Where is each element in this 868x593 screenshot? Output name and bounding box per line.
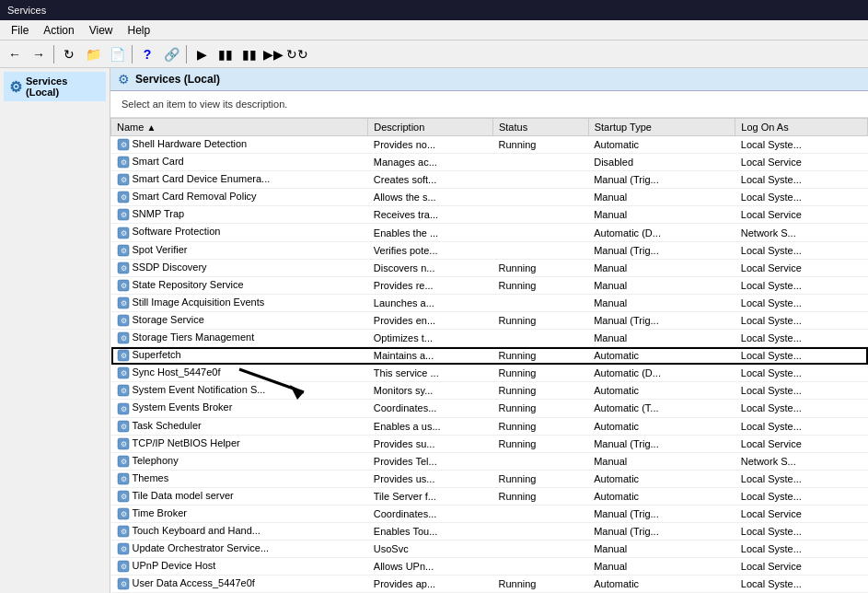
svg-text:⚙: ⚙ [120, 299, 126, 308]
service-startup-cell: Manual [588, 189, 735, 206]
svg-text:⚙: ⚙ [120, 440, 126, 448]
svg-text:⚙: ⚙ [120, 247, 126, 255]
service-name-cell: ⚙Tile Data model server [111, 487, 368, 505]
help-button[interactable]: ? [136, 43, 158, 65]
svg-text:⚙: ⚙ [120, 528, 126, 536]
services-table-container[interactable]: Name ▲ Description Status Startup Type L… [110, 118, 868, 593]
service-logon-cell: Local Syste... [735, 400, 868, 417]
table-row[interactable]: ⚙SNMP TrapReceives tra...ManualLocal Ser… [111, 206, 868, 224]
table-row[interactable]: ⚙User Data Access_5447e0fProvides ap...R… [111, 576, 868, 593]
service-name-cell: ⚙Software Protection [111, 224, 368, 241]
service-desc-cell: Allows UPn... [368, 558, 493, 576]
table-row[interactable]: ⚙Software ProtectionEnables the ...Autom… [111, 224, 868, 241]
service-status-cell: Running [492, 400, 588, 417]
table-row[interactable]: ⚙Sync Host_5447e0fThis service ...Runnin… [111, 365, 868, 382]
service-startup-cell: Automatic [588, 382, 735, 400]
refresh-button[interactable]: ↻ [58, 43, 80, 65]
table-row[interactable]: ⚙TCP/IP NetBIOS HelperProvides su...Runn… [111, 435, 868, 452]
table-row[interactable]: ⚙Smart Card Removal PolicyAllows the s..… [111, 189, 868, 206]
table-row[interactable]: ⚙State Repository ServiceProvides re...R… [111, 276, 868, 294]
table-row[interactable]: ⚙Time BrokerCoordinates...Manual (Trig..… [111, 505, 868, 522]
menu-file[interactable]: File [4, 22, 36, 39]
service-status-cell [492, 171, 588, 189]
service-name-cell: ⚙Superfetch [111, 347, 368, 365]
table-row[interactable]: ⚙Spot VerifierVerifies pote...Manual (Tr… [111, 241, 868, 259]
service-desc-cell: Receives tra... [368, 206, 493, 224]
service-name-cell: ⚙Sync Host_5447e0f [111, 365, 368, 382]
service-status-cell [492, 241, 588, 259]
service-status-cell [492, 294, 588, 311]
table-row[interactable]: ⚙Task SchedulerEnables a us...RunningAut… [111, 417, 868, 435]
table-row[interactable]: ⚙Storage ServiceProvides en...RunningMan… [111, 311, 868, 329]
forward-button[interactable]: → [28, 43, 50, 65]
service-startup-cell: Automatic [588, 417, 735, 435]
table-row[interactable]: ⚙Update Orchestrator Service...UsoSvcMan… [111, 541, 868, 558]
table-row[interactable]: ⚙Storage Tiers ManagementOptimizes t...M… [111, 330, 868, 347]
col-header-logon[interactable]: Log On As [735, 119, 868, 136]
service-status-cell: Running [492, 136, 588, 154]
stop-button[interactable]: ▮▮ [214, 43, 237, 65]
table-row[interactable]: ⚙Tile Data model serverTile Server f...R… [111, 487, 868, 505]
service-desc-cell: Provides en... [368, 311, 493, 329]
service-icon: ⚙ [117, 279, 130, 292]
service-logon-cell: Local Syste... [735, 576, 868, 593]
table-row[interactable]: ⚙UPnP Device HostAllows UPn...ManualLoca… [111, 558, 868, 576]
connect-button[interactable]: 🔗 [160, 43, 182, 65]
export-button[interactable]: 📄 [106, 43, 128, 65]
service-logon-cell: Local Syste... [735, 241, 868, 259]
menu-help[interactable]: Help [121, 22, 158, 39]
table-row[interactable]: ⚙TelephonyProvides Tel...ManualNetwork S… [111, 452, 868, 470]
restart-btn[interactable]: ↻↻ [286, 43, 308, 65]
menu-view[interactable]: View [82, 22, 121, 39]
service-icon: ⚙ [117, 437, 130, 450]
service-startup-cell: Automatic [588, 347, 735, 365]
col-header-startup[interactable]: Startup Type [588, 119, 735, 136]
service-desc-cell: Enables Tou... [368, 523, 493, 541]
service-status-cell: Running [492, 487, 588, 505]
table-row[interactable]: ⚙SSDP DiscoveryDiscovers n...RunningManu… [111, 259, 868, 276]
table-row[interactable]: ⚙Smart Card Device Enumera...Creates sof… [111, 171, 868, 189]
service-icon: ⚙ [117, 472, 130, 485]
service-startup-cell: Manual (Trig... [588, 435, 735, 452]
table-row[interactable]: ⚙ThemesProvides us...RunningAutomaticLoc… [111, 470, 868, 487]
service-logon-cell: Network S... [735, 224, 868, 241]
table-row[interactable]: ⚙Still Image Acquisition EventsLaunches … [111, 294, 868, 311]
service-name-cell: ⚙SSDP Discovery [111, 259, 368, 276]
service-desc-cell: Provides ap... [368, 576, 493, 593]
menu-action[interactable]: Action [36, 22, 81, 39]
service-startup-cell: Manual [588, 558, 735, 576]
service-desc-cell: This service ... [368, 365, 493, 382]
col-header-name[interactable]: Name ▲ [111, 119, 368, 136]
service-name-cell: ⚙Time Broker [111, 505, 368, 522]
service-name-cell: ⚙Spot Verifier [111, 241, 368, 259]
service-desc-cell: Optimizes t... [368, 330, 493, 347]
svg-text:⚙: ⚙ [120, 229, 126, 238]
svg-text:⚙: ⚙ [120, 334, 126, 343]
col-header-status[interactable]: Status [492, 119, 588, 136]
table-row[interactable]: ⚙System Event Notification S...Monitors … [111, 382, 868, 400]
folder-button[interactable]: 📁 [82, 43, 104, 65]
service-icon: ⚙ [117, 227, 130, 239]
start-button[interactable]: ▶ [191, 43, 213, 65]
resume-button[interactable]: ▶▶ [262, 43, 284, 65]
service-icon: ⚙ [117, 244, 130, 257]
service-startup-cell: Manual (Trig... [588, 171, 735, 189]
col-header-description[interactable]: Description [368, 119, 493, 136]
service-status-cell: Running [492, 470, 588, 487]
service-desc-cell: Provides su... [368, 435, 493, 452]
pause-btn[interactable]: ▮▮ [238, 43, 260, 65]
table-row[interactable]: ⚙System Events BrokerCoordinates...Runni… [111, 400, 868, 417]
service-status-cell [492, 452, 588, 470]
table-row[interactable]: ⚙Shell Hardware DetectionProvides no...R… [111, 136, 868, 154]
back-button[interactable]: ← [4, 43, 26, 65]
service-name-cell: ⚙System Event Notification S... [111, 382, 368, 400]
service-name-cell: ⚙UPnP Device Host [111, 558, 368, 576]
service-desc-cell: Coordinates... [368, 505, 493, 522]
table-row[interactable]: ⚙Smart CardManages ac...DisabledLocal Se… [111, 154, 868, 171]
service-logon-cell: Local Service [735, 154, 868, 171]
service-desc-cell: Creates soft... [368, 171, 493, 189]
table-row[interactable]: ⚙SuperfetchMaintains a...RunningAutomati… [111, 347, 868, 365]
sidebar-item-services-local[interactable]: ⚙ Services (Local) [4, 72, 106, 101]
service-startup-cell: Manual [588, 259, 735, 276]
table-row[interactable]: ⚙Touch Keyboard and Hand...Enables Tou..… [111, 523, 868, 541]
